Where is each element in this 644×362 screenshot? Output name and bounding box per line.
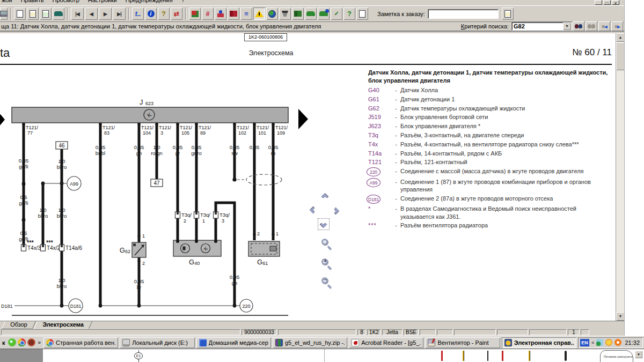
search-again-button[interactable] [586, 21, 597, 31]
svg-text:109: 109 [277, 130, 285, 136]
sheet-tab[interactable]: Обзор [2, 321, 36, 329]
svg-text:T3q/: T3q/ [200, 212, 210, 218]
menu-item[interactable]: Предупреждения [126, 0, 173, 3]
language-indicator[interactable]: EN [580, 339, 589, 346]
scrollbar-thumb[interactable] [616, 42, 625, 70]
network-button[interactable] [266, 8, 278, 20]
service-book-button[interactable] [292, 8, 304, 20]
svg-text:2: 2 [184, 218, 186, 224]
utorrent-icon[interactable] [8, 338, 16, 346]
taskbar-button[interactable]: Электронная справ... [502, 337, 576, 348]
customer-button[interactable] [215, 8, 226, 20]
svg-text:T4x/2: T4x/2 [47, 245, 60, 251]
legend-item-code: T14a [368, 150, 392, 157]
taskbar-button[interactable]: Acrobat Reader - [g5_... [349, 337, 423, 348]
t3q-connectors: T3q/ 2 T3q/ 1 T3q/ 3 [175, 212, 230, 224]
tab-list: ОбзорЭлектросхема [3, 321, 91, 329]
network-tray-icon[interactable] [596, 339, 603, 346]
minimize-button[interactable]: _ [595, 0, 602, 5]
order-note-button[interactable] [40, 8, 52, 20]
maximize-button[interactable]: □ [603, 0, 611, 5]
quick-launch-overflow[interactable]: » [37, 339, 42, 345]
sheet-tab[interactable]: Электросхема [34, 321, 92, 329]
previous-page-button[interactable]: ◀ [85, 8, 98, 20]
status-field: BSE [404, 329, 419, 335]
repair-manual-button[interactable] [228, 8, 239, 20]
wiring-diagram: J 623 K [0, 33, 354, 321]
parts-catalog-button[interactable]: # [202, 8, 214, 20]
document-list-button[interactable]: ≡ [240, 8, 252, 20]
info-button[interactable]: i [145, 8, 157, 20]
search-criteria-combobox[interactable]: G82 ▼ [511, 22, 572, 31]
svg-text:G61: G61 [257, 258, 268, 266]
menu-item[interactable]: Настройки [88, 0, 117, 3]
zoom-in-button[interactable]: + [320, 257, 333, 270]
vehicle-data-button[interactable] [305, 8, 317, 20]
dealer-button[interactable] [189, 8, 201, 20]
menu-item[interactable]: Просмотр [53, 0, 79, 3]
legend-panel: Датчик Холла, датчик детонации 1, датчик… [368, 69, 612, 231]
taskbar-button[interactable]: Вентилятор - Paint [425, 337, 500, 348]
svg-text:0,35: 0,35 [96, 144, 106, 150]
scroll-up-button[interactable]: ▲ [616, 33, 625, 42]
ground-220: 220 [100, 299, 253, 312]
zoom-reset-button[interactable] [320, 238, 333, 250]
doc-help-button[interactable] [356, 8, 368, 20]
menu-item[interactable]: жой [2, 0, 12, 3]
last-page-icon: ▶| [117, 11, 121, 17]
new-document-button[interactable] [14, 8, 26, 20]
combo-dropdown-button[interactable]: ▼ [563, 23, 571, 30]
search-button[interactable] [573, 21, 584, 31]
update-tray-icon[interactable] [605, 339, 612, 346]
document-scrollbar[interactable]: ▲ ▼ [616, 33, 624, 321]
taskbar-button[interactable]: Локальный диск (E:) [120, 337, 194, 348]
pan-up-button[interactable] [318, 190, 330, 202]
menu-item[interactable]: ? [181, 0, 185, 3]
sheet-tabs: ОбзорЭлектросхема [0, 321, 624, 329]
query-button[interactable]: ? [343, 8, 355, 20]
toolbar-separator [185, 8, 186, 20]
zoom-out-button[interactable]: − [320, 276, 333, 289]
start-button-cut[interactable]: к [1, 339, 6, 346]
swap-view-button[interactable]: ⇄ [171, 8, 182, 20]
pan-down-button[interactable] [318, 218, 330, 230]
document-edit-icon [30, 10, 36, 18]
checklist-button[interactable]: ✓ [331, 8, 342, 20]
legend-item-dash: - [392, 221, 400, 229]
close-button[interactable]: X [612, 0, 619, 5]
vehicle-button[interactable] [53, 8, 64, 20]
pan-left-button[interactable] [307, 204, 319, 216]
browser-icon[interactable] [27, 338, 35, 346]
hitlist-back-button[interactable]: ≡◂ [598, 21, 610, 31]
edit-document-button[interactable] [27, 8, 39, 20]
note-options-button[interactable] [502, 8, 514, 20]
legend-item: G61 - Датчик детонации 1 [368, 95, 612, 103]
binoculars-icon [575, 24, 582, 28]
status-bar: 900000003381K2JettaBSE1 [0, 329, 624, 336]
hitlist-next-button[interactable]: ≡▸ [611, 21, 623, 31]
menu-item[interactable]: Править [21, 0, 44, 3]
body-repair-button[interactable] [279, 8, 291, 20]
scroll-down-button[interactable]: ▼ [616, 312, 625, 321]
text-tool-button[interactable]: t.. [132, 8, 144, 20]
chrome-icon[interactable] [18, 338, 26, 346]
next-page-button[interactable]: ▶ [99, 8, 112, 20]
first-page-button[interactable]: |◀ [71, 8, 84, 20]
order-note-input[interactable] [428, 9, 499, 19]
sliver-scroll-down-button[interactable]: ▼ [635, 351, 642, 358]
list-next-icon: ≡▸ [615, 24, 620, 29]
taskbar-button[interactable]: g5_el_wd_rus_hy.zip -... [273, 337, 347, 348]
svg-text:bl/ro: bl/ro [38, 213, 48, 219]
legend-item-text: Разъём, 4-контактный, на вентиляторе рад… [400, 141, 612, 148]
vehicle-info-button[interactable] [318, 8, 330, 20]
wiring-diagrams-button[interactable] [253, 8, 265, 20]
pan-right-button[interactable] [330, 204, 341, 216]
print-button[interactable] [0, 8, 8, 20]
last-page-button[interactable]: ▶| [113, 8, 126, 20]
tray-expand-chevron[interactable]: « [591, 339, 595, 345]
help-button[interactable]: ? [158, 8, 170, 20]
app-tray-icon[interactable] [614, 339, 621, 346]
svg-text:gr: gr [175, 150, 180, 156]
taskbar-button[interactable]: Домашний медиа-сер... [196, 337, 271, 348]
taskbar-button[interactable]: Странная работа вен... [43, 337, 118, 348]
